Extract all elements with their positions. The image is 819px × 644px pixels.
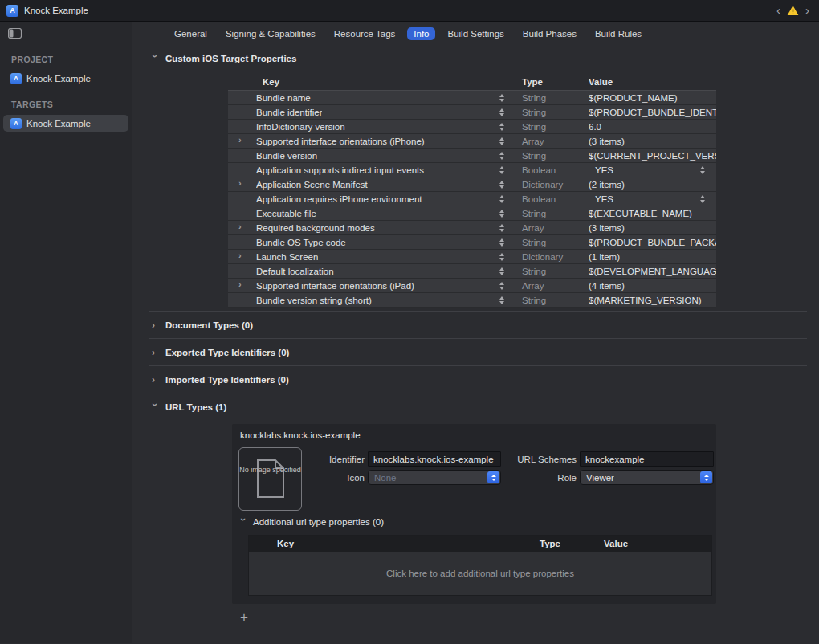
chevron-right-icon[interactable]: › [238,251,242,260]
chevron-right-icon: › [152,321,158,329]
forward-icon[interactable]: › [804,5,811,16]
sidebar-list: PROJECTAKnock ExampleTARGETSAKnock Examp… [0,55,132,132]
properties-table-body: Bundle nameString$(PRODUCT_NAME)Bundle i… [228,91,716,308]
chevron-right-icon[interactable]: › [238,135,242,145]
stepper-icon[interactable] [498,108,506,116]
identifier-label: Identifier [307,454,365,464]
key-label: Bundle identifier [256,108,322,117]
value-cell: $(PRODUCT_BUNDLE_IDENTIFIER) [581,105,716,119]
table-row[interactable]: Bundle version string (short)String$(MAR… [228,293,716,308]
section-title: URL Types (1) [165,402,226,412]
properties-table-header: Key Type Value [228,73,716,91]
additional-table-empty-area[interactable]: Click here to add additional url type pr… [249,552,711,595]
tab-general[interactable]: General [168,27,214,40]
table-row[interactable]: ›Application Scene ManifestDictionary(2 … [228,177,716,192]
role-popup[interactable]: Viewer [580,470,714,485]
toggle-navigator-icon[interactable] [8,28,22,39]
warning-icon[interactable] [787,5,799,16]
url-schemes-input[interactable] [580,451,714,467]
value-label: (3 items) [589,223,625,233]
sidebar: PROJECTAKnock ExampleTARGETSAKnock Examp… [0,22,132,643]
stepper-icon[interactable] [498,253,506,261]
chevron-right-icon[interactable]: › [238,279,242,289]
key-label: Bundle name [256,93,311,103]
stepper-icon[interactable] [498,267,506,275]
icon-popup[interactable]: None [368,470,501,485]
table-row[interactable]: Application requires iPhone environmentB… [228,192,716,206]
stepper-icon[interactable] [498,282,506,290]
key-cell: Executable file [228,206,513,220]
chevron-down-icon: › [151,403,159,410]
type-cell: Array [513,281,581,291]
stepper-icon[interactable] [498,123,506,131]
value-cell: YES [581,192,716,206]
type-cell: Dictionary [513,252,581,262]
stepper-icon[interactable] [699,166,707,174]
icon-image-well[interactable]: No image specified [238,447,302,511]
table-row[interactable]: Executable fileString$(EXECUTABLE_NAME) [228,206,716,221]
tab-build-settings[interactable]: Build Settings [441,27,510,40]
stepper-icon[interactable] [498,181,506,189]
table-row[interactable]: Bundle OS Type codeString$(PRODUCT_BUNDL… [228,235,716,250]
section-url-types[interactable]: › URL Types (1) [149,393,807,420]
popup-arrows-icon [487,471,499,483]
stepper-icon[interactable] [498,238,506,247]
stepper-icon[interactable] [498,137,506,145]
stepper-icon[interactable] [699,195,707,203]
stepper-icon[interactable] [498,224,506,232]
stepper-icon[interactable] [498,195,506,203]
section-title: Imported Type Identifiers (0) [165,375,289,385]
key-cell: Application requires iPhone environment [228,192,513,206]
tab-signing-capabilities[interactable]: Signing & Capabilities [219,27,322,40]
stepper-icon[interactable] [498,210,506,218]
type-cell: String [513,296,581,305]
type-cell: String [513,151,581,161]
key-cell: Bundle version [228,149,513,162]
section-document-types-0[interactable]: ›Document Types (0) [149,312,807,338]
section-exported-type-identifiers-0[interactable]: ›Exported Type Identifiers (0) [149,339,807,365]
chevron-right-icon: › [152,376,158,384]
url-type-fields: Identifier URL Schemes Icon None Role Vi… [307,451,714,485]
stepper-icon[interactable] [498,166,506,174]
type-cell: Array [513,223,581,233]
value-cell: YES [581,163,716,177]
table-row[interactable]: ›Supported interface orientations (iPhon… [228,134,716,149]
back-icon[interactable]: ‹ [775,5,782,16]
value-label: $(PRODUCT_NAME) [589,93,678,103]
section-imported-type-identifiers-0[interactable]: ›Imported Type Identifiers (0) [149,366,807,393]
key-label: Application Scene Manifest [256,180,368,190]
sidebar-item-knock-example[interactable]: AKnock Example [3,115,128,132]
table-row[interactable]: ›Launch ScreenDictionary(1 item) [228,250,716,264]
type-cell: Array [513,137,581,146]
table-row[interactable]: Bundle nameString$(PRODUCT_NAME) [228,91,716,105]
key-label: InfoDictionary version [256,122,345,132]
value-label: YES [589,165,613,175]
stepper-icon[interactable] [498,94,506,102]
stepper-icon[interactable] [498,152,506,160]
section-additional-url-type-properties[interactable]: › Additional url type properties (0) [238,517,716,527]
section-custom-ios-target-properties[interactable]: › Custom iOS Target Properties [149,45,807,71]
table-row[interactable]: Application supports indirect input even… [228,163,716,177]
tab-resource-tags[interactable]: Resource Tags [328,27,402,40]
icon-popup-value: None [374,473,397,483]
tab-info[interactable]: Info [407,27,435,40]
identifier-input[interactable] [368,451,501,467]
chevron-right-icon[interactable]: › [238,178,242,188]
no-image-doc-icon [255,459,286,499]
table-row[interactable]: Bundle versionString$(CURRENT_PROJECT_VE… [228,149,716,163]
table-row[interactable]: ›Supported interface orientations (iPad)… [228,279,716,293]
add-url-type-button[interactable]: + [237,610,251,625]
sidebar-item-knock-example[interactable]: AKnock Example [3,70,128,87]
value-cell: $(PRODUCT_BUNDLE_PACKAGE_TYPE) [581,235,716,249]
table-row[interactable]: InfoDictionary versionString6.0 [228,120,716,134]
key-label: Bundle OS Type code [256,238,346,247]
table-row[interactable]: Default localizationString$(DEVELOPMENT_… [228,264,716,279]
table-row[interactable]: Bundle identifierString$(PRODUCT_BUNDLE_… [228,105,716,120]
stepper-icon[interactable] [498,296,506,304]
tab-build-rules[interactable]: Build Rules [589,27,648,40]
table-row[interactable]: ›Required background modesArray(3 items) [228,221,716,235]
tab-build-phases[interactable]: Build Phases [516,27,583,40]
section-title: Exported Type Identifiers (0) [165,348,289,357]
key-cell: Bundle version string (short) [228,293,513,307]
chevron-right-icon[interactable]: › [238,222,242,231]
